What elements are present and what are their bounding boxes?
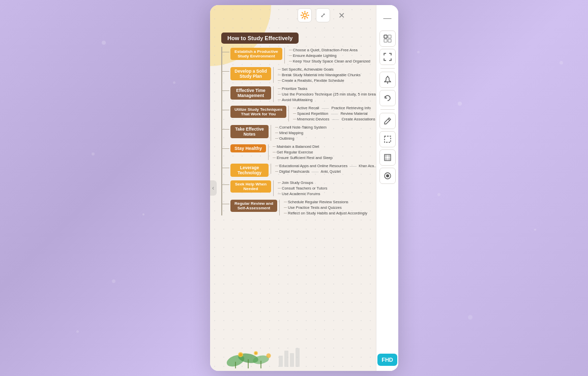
collapse-handle[interactable] — [210, 180, 217, 196]
l2-9-1-text: Schedule Regular Review Sessions — [288, 200, 348, 204]
l2-2-3: Create a Realistic, Flexible Schedule — [278, 78, 361, 83]
l2-6-1-text: Maintain a Balanced Diet — [277, 144, 319, 149]
l2-9-2: Use Practice Tests and Quizzes — [284, 205, 367, 210]
l2-2-1: Set Specific, Achievable Goals — [278, 67, 361, 72]
l1-node-7[interactable]: LeverageTechnology — [230, 164, 269, 177]
l2-4-2-sub: Review Material — [340, 111, 367, 116]
l2-3-3: Avoid Multitasking — [278, 98, 376, 102]
fhd-badge[interactable]: FHD — [377, 354, 397, 366]
l2-6-3: Ensure Sufficient Rest and Sleep — [273, 155, 333, 160]
l2-7-1-sub: Khan Aca... — [359, 164, 376, 168]
l1-node-1[interactable]: Establish a ProductiveStudy Environment — [230, 48, 282, 60]
close-button[interactable]: ✕ — [334, 8, 348, 22]
l2-4-3-text: Mnemonic Devices — [297, 117, 329, 121]
emoji-icon[interactable]: 🔆 — [298, 8, 312, 22]
divider-2 — [380, 109, 395, 110]
l2-8-1: Join Study Groups — [278, 180, 328, 185]
l2-7-2-sub: Anki, Quizlet — [321, 170, 341, 173]
l2-5-2-text: Mind Mapping — [279, 131, 303, 135]
l2-4-2-text: Spaced Repetition — [297, 111, 328, 116]
l2-9-3: Reflect on Study Habits and Adjust Accor… — [284, 211, 367, 215]
sub-3: Prioritize Tasks Use the Pomodoro Techni… — [273, 86, 376, 102]
sub-5: Cornell Note-Taking System Mind Mapping … — [271, 125, 327, 141]
l2-4-2: Spaced Repetition —— Review Material — [293, 111, 376, 116]
l2-4-1-text: Active Recall — [297, 106, 319, 110]
l2-8-2-text: Consult Teachers or Tutors — [282, 186, 328, 191]
l2-3-1-text: Prioritize Tasks — [282, 86, 307, 91]
sub-4: Active Recall —— Practice Retrieving Inf… — [288, 106, 376, 121]
l2-1-2: Ensure Adequate Lighting — [289, 53, 370, 58]
mindmap-root: How to Study Effectively Establish a Pro… — [217, 30, 374, 217]
l1-node-3[interactable]: Effective TimeManagement — [230, 86, 271, 100]
svg-rect-16 — [388, 35, 391, 38]
svg-point-28 — [386, 174, 389, 177]
l2-5-3-text: Outlining — [279, 136, 295, 141]
l2-5-3: Outlining — [275, 136, 327, 141]
l2-7-2: Digital Flashcards —— Anki, Quizlet — [275, 169, 376, 174]
svg-rect-17 — [384, 39, 387, 42]
root-node[interactable]: How to Study Effectively — [221, 33, 299, 44]
crop-button[interactable] — [379, 149, 396, 166]
l1-node-2[interactable]: Develop a SolidStudy Plan — [230, 67, 271, 80]
toolbar: — — [376, 5, 398, 371]
l2-1-3: Keep Your Study Space Clean and Organize… — [289, 59, 370, 64]
minimize-button[interactable]: — — [379, 10, 396, 26]
l1-node-4[interactable]: Utilize Study TechniquesThat Work for Yo… — [230, 106, 286, 118]
branch-5: Take EffectiveNotes Cornell Note-Taking … — [230, 124, 376, 141]
divider-1 — [380, 68, 395, 69]
sub-9: Schedule Regular Review Sessions Use Pra… — [279, 200, 367, 215]
l1-node-9[interactable]: Regular Review andSelf-Assessment — [230, 200, 277, 212]
l1-node-6[interactable]: Stay Healthy — [230, 144, 266, 152]
l2-5-1-text: Cornell Note-Taking System — [279, 125, 327, 130]
branch-2: Develop a SolidStudy Plan Set Specific, … — [230, 66, 376, 83]
undo-button[interactable] — [379, 90, 396, 106]
l2-3-3-text: Avoid Multitasking — [282, 98, 312, 102]
l1-node-8[interactable]: Seek Help WhenNeeded — [230, 180, 271, 193]
mindmap-inner: How to Study Effectively Establish a Pro… — [215, 26, 376, 371]
branch-6: Stay Healthy Maintain a Balanced Diet Ge… — [230, 143, 376, 160]
panel-topbar: 🔆 ⤢ ✕ — [210, 5, 354, 25]
branch-1: Establish a ProductiveStudy Environment … — [230, 47, 376, 64]
l2-3-1: Prioritize Tasks — [278, 86, 376, 91]
l2-8-1-text: Join Study Groups — [282, 180, 313, 185]
sub-6: Maintain a Balanced Diet Get Regular Exe… — [268, 144, 333, 160]
canvas-area: 🔆 ⤢ ✕ How to Study Effectively Establish… — [210, 5, 376, 371]
border-button[interactable] — [379, 131, 396, 147]
l2-1-2-text: Ensure Adequate Lighting — [293, 53, 337, 58]
l2-6-2: Get Regular Exercise — [273, 150, 333, 154]
l2-7-1: Educational Apps and Online Resources ——… — [275, 164, 376, 168]
mindmap-container: How to Study Effectively Establish a Pro… — [215, 26, 376, 371]
l2-6-2-text: Get Regular Exercise — [277, 150, 313, 154]
branch-9: Regular Review andSelf-Assessment Schedu… — [230, 199, 376, 215]
select-button[interactable] — [379, 30, 396, 47]
l2-6-3-text: Ensure Sufficient Rest and Sleep — [277, 155, 333, 160]
l1-node-5[interactable]: Take EffectiveNotes — [230, 125, 269, 138]
record-button[interactable] — [379, 168, 396, 184]
svg-rect-21 — [385, 136, 391, 142]
sub-7: Educational Apps and Online Resources ——… — [271, 164, 376, 174]
l2-8-3: Use Academic Forums — [278, 192, 328, 196]
l2-5-2: Mind Mapping — [275, 131, 327, 135]
l2-3-2-text: Use the Pomodoro Technique (25 min study… — [282, 92, 376, 97]
pen-button[interactable] — [379, 113, 396, 129]
fullscreen-button[interactable] — [379, 49, 396, 65]
l2-8-3-text: Use Academic Forums — [282, 192, 320, 196]
l2-1-3-text: Keep Your Study Space Clean and Organize… — [293, 59, 370, 64]
pin-button[interactable] — [379, 72, 396, 88]
l2-4-1-sub: Practice Retrieving Info — [331, 106, 371, 110]
l2-9-3-text: Reflect on Study Habits and Adjust Accor… — [288, 211, 367, 215]
svg-rect-22 — [385, 154, 391, 161]
svg-rect-15 — [384, 35, 387, 38]
l2-6-1: Maintain a Balanced Diet — [273, 144, 333, 149]
expand-icon[interactable]: ⤢ — [316, 8, 330, 22]
l2-8-2: Consult Teachers or Tutors — [278, 186, 328, 191]
l2-4-1: Active Recall —— Practice Retrieving Inf… — [293, 106, 376, 110]
l2-9-2-text: Use Practice Tests and Quizzes — [288, 205, 342, 210]
sub-8: Join Study Groups Consult Teachers or Tu… — [273, 180, 328, 196]
svg-rect-18 — [388, 39, 391, 42]
branch-3: Effective TimeManagement Prioritize Task… — [230, 85, 376, 102]
l2-9-1: Schedule Regular Review Sessions — [284, 200, 367, 204]
l2-1-1-text: Choose a Quiet, Distraction-Free Area — [293, 48, 358, 52]
main-panel: 🔆 ⤢ ✕ How to Study Effectively Establish… — [210, 5, 398, 371]
l2-7-2-text: Digital Flashcards — [279, 169, 310, 174]
